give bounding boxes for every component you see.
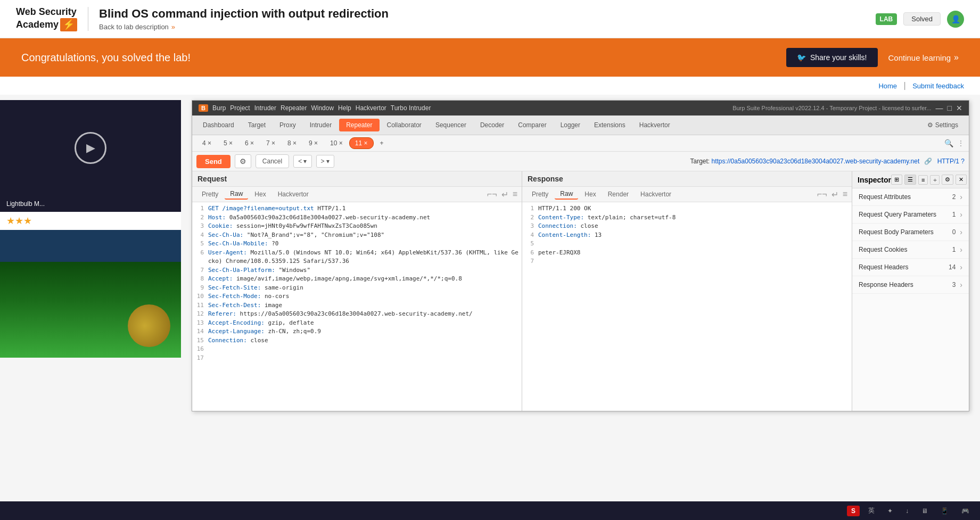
req-tab-raw[interactable]: Raw	[225, 189, 248, 200]
req-line-2: 2 Host: 0a5a005603c90a23c06d18e3004a0027…	[194, 213, 520, 222]
burp-menu-hackvertor[interactable]: Hackvertor	[356, 104, 386, 112]
inspector-close-btn[interactable]: ✕	[956, 175, 967, 185]
tab-sequencer[interactable]: Sequencer	[429, 119, 473, 131]
tab-extensions[interactable]: Extensions	[588, 119, 632, 131]
search-icon[interactable]: 🔍	[944, 139, 953, 147]
http-help-icon[interactable]: ?	[961, 158, 965, 165]
burp-menu-intruder[interactable]: Intruder	[254, 104, 276, 112]
inspector-align-btn[interactable]: ≡	[918, 175, 928, 185]
resp-tab-pretty[interactable]: Pretty	[526, 189, 554, 199]
logo[interactable]: Web Security Academy ⚡	[16, 6, 77, 31]
resp-tab-hex[interactable]: Hex	[579, 189, 601, 199]
resp-more-icon[interactable]: ≡	[843, 189, 847, 199]
taskbar-s-icon[interactable]: S	[847, 506, 860, 516]
inspector-title: Inspector	[858, 176, 891, 184]
taskbar-down[interactable]: ↓	[901, 506, 913, 516]
sub-tab-9[interactable]: 9 ×	[303, 137, 324, 149]
req-tab-hackvertor[interactable]: Hackvertor	[273, 189, 314, 199]
request-content[interactable]: 1 GET /image?filename=output.txt HTTP/1.…	[192, 202, 522, 411]
tab-decoder[interactable]: Decoder	[474, 119, 510, 131]
target-url: https://0a5a005603c90a23c06d18e3004a0027…	[712, 158, 920, 165]
sub-tab-10[interactable]: 10 ×	[324, 137, 349, 149]
req-line-1: 1 GET /image?filename=output.txt HTTP/1.…	[194, 204, 520, 213]
sub-tab-11[interactable]: 11 ×	[349, 137, 374, 149]
inspector-header: Inspector ⊞ ☰ ≡ ÷ ⚙ ✕	[852, 171, 969, 188]
tab-proxy[interactable]: Proxy	[273, 119, 302, 131]
burp-menu-project[interactable]: Project	[230, 104, 250, 112]
sub-tab-8[interactable]: 8 ×	[282, 137, 302, 149]
tab-target[interactable]: Target	[242, 119, 272, 131]
taskbar-star[interactable]: ✦	[883, 506, 897, 516]
burp-menu-help[interactable]: Help	[338, 104, 351, 112]
cancel-button[interactable]: Cancel	[256, 154, 289, 168]
inspector-grid-btn[interactable]: ⊞	[891, 175, 902, 185]
chevron-down-icon-4: ›	[960, 245, 962, 254]
solved-badge: Solved	[903, 12, 941, 26]
chevron-down-icon-2: ›	[960, 210, 962, 219]
feedback-link[interactable]: Submit feedback	[912, 82, 964, 90]
inspector-row-query-params[interactable]: Request Query Parameters 1 ›	[852, 206, 969, 224]
settings-button[interactable]: ⚙	[235, 154, 251, 168]
req-tab-hex[interactable]: Hex	[249, 189, 271, 199]
tab-logger[interactable]: Logger	[554, 119, 587, 131]
burp-menu-repeater[interactable]: Repeater	[281, 104, 307, 112]
burp-menu-burp[interactable]: Burp	[212, 104, 226, 112]
resp-tab-hackvertor[interactable]: Hackvertor	[635, 189, 677, 199]
req-newline-icon[interactable]: ↵	[501, 189, 508, 200]
send-button[interactable]: Send	[196, 155, 230, 168]
more-icon[interactable]: ⋮	[957, 139, 965, 147]
resp-tab-raw[interactable]: Raw	[555, 189, 578, 200]
taskbar-monitor[interactable]: 🖥	[917, 506, 932, 516]
req-wrap-icon[interactable]: ⌐¬	[487, 189, 497, 199]
avatar[interactable]: 👤	[947, 11, 964, 28]
resp-newline-icon[interactable]: ↵	[831, 189, 838, 200]
continue-learning-button[interactable]: Continue learning »	[888, 53, 959, 62]
back-to-lab[interactable]: Back to lab description »	[99, 23, 389, 31]
link-icon[interactable]: 🔗	[924, 158, 932, 165]
thumb-dark-1: ▶	[0, 100, 181, 196]
logo-line1: Web Security	[16, 6, 77, 18]
taskbar-lang[interactable]: 英	[864, 505, 879, 517]
tab-collaborator[interactable]: Collaborator	[381, 119, 428, 131]
http-version[interactable]: HTTP/1	[937, 158, 959, 165]
separator: |	[904, 81, 906, 90]
inspector-list-btn[interactable]: ☰	[904, 175, 916, 185]
tab-repeater[interactable]: Repeater	[339, 119, 379, 131]
inspector-count-req-attrs: 2 ›	[952, 193, 962, 201]
req-tab-pretty[interactable]: Pretty	[196, 189, 224, 199]
nav-prev-button[interactable]: < ▾	[293, 155, 311, 168]
inspector-settings-btn[interactable]: ⚙	[942, 175, 953, 185]
nav-next-button[interactable]: > ▾	[316, 155, 334, 168]
tab-settings[interactable]: ⚙ Settings	[921, 119, 965, 131]
tab-comparer[interactable]: Comparer	[512, 119, 553, 131]
resp-tab-render[interactable]: Render	[603, 189, 634, 199]
sub-tab-new[interactable]: +	[374, 137, 390, 149]
minimize-button[interactable]: —	[936, 104, 943, 112]
maximize-button[interactable]: □	[948, 104, 952, 112]
inspector-row-req-attrs[interactable]: Request Attributes 2 ›	[852, 188, 969, 206]
home-link[interactable]: Home	[878, 82, 897, 90]
inspector-split-btn[interactable]: ÷	[930, 175, 940, 185]
taskbar-mobile[interactable]: 📱	[936, 506, 953, 516]
sub-tab-5[interactable]: 5 ×	[218, 137, 238, 149]
req-line-11: 11 Sec-Fetch-Dest: image	[194, 301, 520, 310]
burp-menu-turbo[interactable]: Turbo Intruder	[391, 104, 431, 112]
sub-tab-6[interactable]: 6 ×	[239, 137, 260, 149]
inspector-row-req-headers[interactable]: Request Headers 14 ›	[852, 259, 969, 276]
sub-tab-4[interactable]: 4 ×	[196, 137, 217, 149]
inspector-row-cookies[interactable]: Request Cookies 1 ›	[852, 241, 969, 259]
tab-intruder[interactable]: Intruder	[303, 119, 338, 131]
tab-dashboard[interactable]: Dashboard	[196, 119, 241, 131]
tab-hackvertor[interactable]: Hackvertor	[633, 119, 677, 131]
inspector-row-body-params[interactable]: Request Body Parameters 0 ›	[852, 224, 969, 241]
thumb-item-1: ▶ Lightbulb M... ★★★	[0, 100, 181, 262]
sub-tab-7[interactable]: 7 ×	[260, 137, 281, 149]
burp-menu-window[interactable]: Window	[311, 104, 334, 112]
banner-actions: 🐦 Share your skills! Continue learning »	[786, 48, 959, 67]
inspector-row-resp-headers[interactable]: Response Headers 3 ›	[852, 276, 969, 294]
taskbar-game[interactable]: 🎮	[957, 506, 974, 516]
resp-wrap-icon[interactable]: ⌐¬	[817, 189, 827, 199]
close-button[interactable]: ✕	[956, 104, 962, 112]
req-more-icon[interactable]: ≡	[513, 189, 517, 199]
share-button[interactable]: 🐦 Share your skills!	[786, 48, 878, 67]
